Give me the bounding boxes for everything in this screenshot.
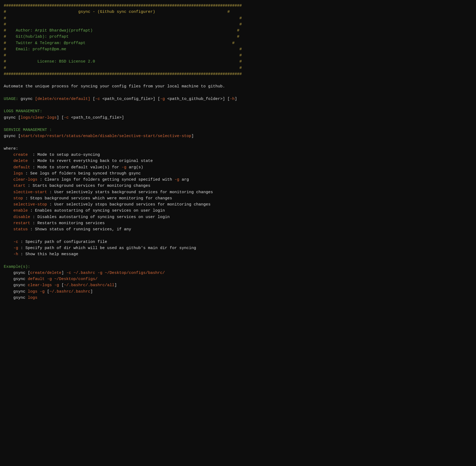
- logs-header: LOGS MANAGEMENT:: [4, 108, 472, 114]
- item-status: status : Shows status of running service…: [4, 226, 472, 232]
- service-cmd-line: gsync [start/stop/restart/status/enable/…: [4, 133, 472, 139]
- item-logs: logs : See logs of folders being synced …: [4, 170, 472, 177]
- header-git-line: # Git(hub/lab): proffapt #: [4, 34, 472, 40]
- header-twitter-line: # Twitter & Telegram: @proffapt #: [4, 40, 472, 46]
- flag-c: -c : Specify path of configuration file: [4, 239, 472, 245]
- blank-5: [4, 139, 472, 146]
- example-3: gsync clear-logs -g [~/.bashrc/.bashrc/a…: [4, 282, 472, 288]
- item-create: create : Mode to setup auto-syncing: [4, 152, 472, 158]
- header-blank-2: # #: [4, 21, 472, 28]
- blank-2: [4, 90, 472, 96]
- where-label: where:: [4, 146, 472, 152]
- flag-g: -g : Specify path of dir which will be u…: [4, 245, 472, 251]
- header-blank-3: # #: [4, 52, 472, 59]
- example-5: gsync logs: [4, 295, 472, 301]
- blank-6: [4, 232, 472, 239]
- item-default: default : Mode to store default value(s)…: [4, 164, 472, 170]
- item-delete: delete : Mode to revert everything back …: [4, 158, 472, 164]
- blank-3: [4, 102, 472, 108]
- item-clear-logs: clear-logs : Clears logs for folders get…: [4, 177, 472, 183]
- usage-line: USAGE: gsync [delete/create/default] [-c…: [4, 96, 472, 102]
- tagline: Automate the unique process for syncing …: [4, 83, 472, 90]
- logs-cmd-line: gsync [logs/clear-logs] [-c <path_to_con…: [4, 115, 472, 121]
- example-4: gsync logs -g [~/.bashrc/.bashrc]: [4, 289, 472, 295]
- item-disable: disable : Disables autostarting of synci…: [4, 214, 472, 220]
- blank-7: [4, 257, 472, 263]
- header-title-line: # gsync - (Github sync configurer) #: [4, 9, 472, 15]
- header-blank-4: # #: [4, 65, 472, 71]
- header-hash-top: ########################################…: [4, 3, 472, 9]
- item-enable: enable : Enables autostarting of syncing…: [4, 208, 472, 214]
- terminal-window: ########################################…: [4, 3, 472, 466]
- header-author-line: # Author: Arpit Bhardwaj(proffapt) #: [4, 28, 472, 34]
- example-1: gsync [create/delete] -c ~/.bashrc -g ~/…: [4, 270, 472, 276]
- header-email-line: # Email: proffapt@pm.me #: [4, 46, 472, 52]
- blank-1: [4, 77, 472, 83]
- item-stop: stop : Stops background services which w…: [4, 195, 472, 201]
- flag-h: -h : Show this help message: [4, 251, 472, 257]
- example-2: gsync default -g ~/Desktop/configs/: [4, 276, 472, 282]
- header-blank-1: # #: [4, 15, 472, 21]
- blank-4: [4, 121, 472, 127]
- item-start: start : Starts background services for m…: [4, 183, 472, 189]
- item-slective-start: slective-start : User selectively starts…: [4, 189, 472, 195]
- service-header: SERVICE MANAGEMENT :: [4, 127, 472, 133]
- item-selective-stop: selective-stop : User selectively stops …: [4, 201, 472, 208]
- header-license-line: # License: BSD License 2.0 #: [4, 59, 472, 65]
- examples-header: Example(s):: [4, 264, 472, 270]
- header-hash-bottom: ########################################…: [4, 71, 472, 77]
- item-restart: restart : Restarts monitoring services: [4, 220, 472, 226]
